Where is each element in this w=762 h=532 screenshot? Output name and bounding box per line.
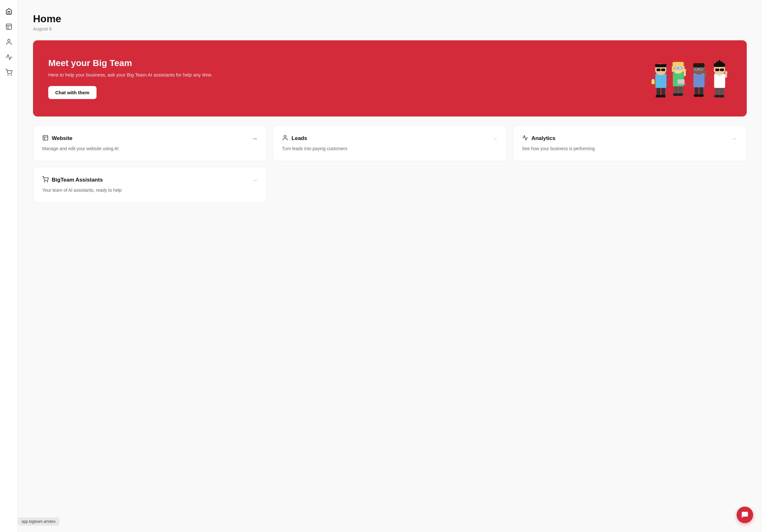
characters-illustration <box>649 53 731 104</box>
hero-characters <box>649 53 731 104</box>
footer-url-text: app.bigteam.ai/sites <box>22 519 55 524</box>
svg-rect-21 <box>672 62 684 66</box>
sidebar-item-analytics[interactable] <box>3 51 15 63</box>
svg-rect-22 <box>672 66 674 72</box>
svg-rect-54 <box>720 69 724 71</box>
svg-rect-28 <box>679 86 683 94</box>
leads-card-title-row: Leads <box>282 135 307 142</box>
svg-rect-43 <box>694 94 699 97</box>
assistants-card-arrow: → <box>252 177 258 184</box>
footer-url-tooltip: app.bigteam.ai/sites <box>18 517 59 526</box>
sidebar-item-store[interactable] <box>3 66 15 79</box>
website-card-desc: Manage and edit your website using AI <box>42 145 258 152</box>
assistants-card-title: BigTeam Assistants <box>52 177 103 183</box>
svg-point-3 <box>8 39 10 41</box>
svg-rect-0 <box>6 24 11 30</box>
svg-rect-34 <box>677 84 685 85</box>
svg-point-66 <box>284 135 286 138</box>
svg-rect-27 <box>674 86 678 94</box>
assistants-card-desc: Your team of AI assistants, ready to hel… <box>42 187 258 193</box>
svg-rect-16 <box>660 95 665 98</box>
website-icon <box>42 135 48 142</box>
svg-rect-44 <box>699 94 704 97</box>
svg-rect-10 <box>656 69 660 71</box>
svg-rect-53 <box>715 69 719 71</box>
chat-fab-icon <box>741 511 749 519</box>
leads-card[interactable]: Leads → Turn leads into paying customers <box>273 125 507 161</box>
svg-point-32 <box>684 69 686 71</box>
svg-point-4 <box>8 75 8 75</box>
svg-rect-15 <box>656 95 661 98</box>
analytics-card-title-row: Analytics <box>522 135 556 142</box>
svg-rect-11 <box>661 69 665 71</box>
svg-rect-29 <box>673 93 678 96</box>
analytics-card-header: Analytics → <box>522 135 737 142</box>
assistants-card-header: BigTeam Assistants → <box>42 176 258 184</box>
sidebar-item-home[interactable] <box>3 5 15 18</box>
main-content: Home August 6 Meet your Big Team Here to… <box>18 0 762 532</box>
hero-title: Meet your Big Team <box>48 58 212 68</box>
svg-rect-37 <box>693 63 705 68</box>
analytics-card-title: Analytics <box>531 135 556 142</box>
svg-rect-9 <box>655 64 666 66</box>
page-date: August 6 <box>33 26 747 32</box>
chat-fab-button[interactable] <box>736 506 753 523</box>
svg-rect-60 <box>719 95 724 98</box>
website-card-title-row: Website <box>42 135 72 142</box>
chat-with-them-button[interactable]: Chat with them <box>48 86 97 99</box>
svg-point-62 <box>725 71 727 74</box>
website-card-title: Website <box>52 135 72 142</box>
svg-rect-41 <box>695 87 699 95</box>
svg-rect-42 <box>700 87 703 95</box>
svg-rect-13 <box>656 88 660 96</box>
hero-subtitle: Here to help your business, ask your Big… <box>48 71 212 79</box>
svg-rect-33 <box>678 79 685 84</box>
leads-card-header: Leads → <box>282 135 497 142</box>
hero-banner: Meet your Big Team Here to help your bus… <box>33 40 747 116</box>
hero-content: Meet your Big Team Here to help your bus… <box>48 58 212 99</box>
assistants-card-title-row: BigTeam Assistants <box>42 176 103 184</box>
svg-rect-30 <box>678 93 683 96</box>
cards-grid: Website → Manage and edit your website u… <box>33 125 747 161</box>
leads-card-arrow: → <box>492 135 498 142</box>
website-card[interactable]: Website → Manage and edit your website u… <box>33 125 267 161</box>
analytics-card-arrow: → <box>731 135 737 142</box>
sidebar-item-users[interactable] <box>3 36 15 48</box>
leads-card-desc: Turn leads into paying customers <box>282 145 497 152</box>
svg-point-67 <box>44 182 45 182</box>
svg-point-46 <box>704 70 707 73</box>
website-card-arrow: → <box>252 135 258 142</box>
svg-rect-63 <box>43 135 48 140</box>
svg-point-68 <box>47 182 48 182</box>
svg-rect-17 <box>651 80 655 84</box>
bigteam-assistants-card[interactable]: BigTeam Assistants → Your team of AI ass… <box>33 167 267 203</box>
analytics-icon <box>522 135 528 142</box>
svg-rect-18 <box>652 79 654 80</box>
sidebar <box>0 0 18 532</box>
leads-card-title: Leads <box>291 135 307 142</box>
page-title: Home <box>33 13 747 25</box>
svg-point-5 <box>11 75 11 75</box>
svg-rect-58 <box>720 88 724 96</box>
leads-icon <box>282 135 288 142</box>
svg-rect-35 <box>693 73 705 87</box>
sidebar-item-layout[interactable] <box>3 20 15 33</box>
svg-rect-6 <box>655 74 666 88</box>
assistants-icon <box>42 176 48 184</box>
svg-rect-57 <box>715 88 719 96</box>
cards-row-2: BigTeam Assistants → Your team of AI ass… <box>33 167 747 203</box>
analytics-card[interactable]: Analytics → See how your business is per… <box>513 125 747 161</box>
svg-rect-59 <box>714 95 720 98</box>
analytics-card-desc: See how your business is performing <box>522 145 737 152</box>
svg-rect-14 <box>661 88 665 96</box>
website-card-header: Website → <box>42 135 258 142</box>
